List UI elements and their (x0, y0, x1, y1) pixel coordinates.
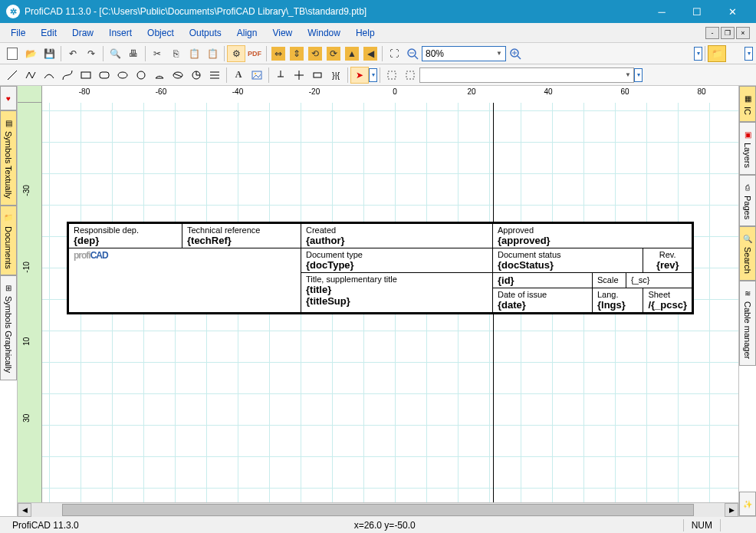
documents-tab[interactable]: 📁Documents (0, 206, 17, 276)
settings-button[interactable]: ⚙ (227, 45, 245, 62)
copy-button[interactable]: ⎘ (166, 45, 185, 62)
pages-tab[interactable]: ⎙Pages (739, 175, 756, 226)
menu-insert[interactable]: Insert (101, 25, 140, 41)
rotate-right-button[interactable]: ⟳ (324, 45, 343, 62)
image-tool[interactable] (248, 67, 266, 84)
sheet-label: Sheet (648, 290, 687, 299)
zoom-in-button[interactable] (506, 45, 524, 62)
redo-button[interactable]: ↷ (82, 45, 100, 62)
date-value: {date} (498, 299, 587, 311)
rotate-left-button[interactable]: ⟲ (306, 45, 324, 62)
scroll-thumb[interactable] (62, 504, 694, 516)
rounded-rect-tool[interactable] (95, 67, 113, 84)
pages-icon: ⎙ (742, 182, 753, 192)
rev-label: Rev. (648, 250, 687, 259)
id-value: {id} (498, 275, 587, 286)
cable-icon: ≋ (742, 288, 753, 298)
cable-manager-tab[interactable]: ≋Cable manager (739, 281, 756, 366)
minimize-button[interactable]: ─ (644, 0, 679, 23)
pie-tool[interactable] (187, 67, 205, 84)
draw-dropdown-2[interactable]: ▾ (634, 68, 643, 82)
menu-draw[interactable]: Draw (64, 25, 101, 41)
resp-dep-label: Responsible dep. (74, 225, 177, 235)
symbols-graphically-tab[interactable]: ⊞Symbols Graphically (0, 275, 17, 380)
toolbar-dropdown-1[interactable]: ▾ (694, 47, 702, 61)
draw-dropdown[interactable]: ▾ (369, 68, 377, 82)
svg-rect-30 (406, 71, 414, 79)
paste-special-button[interactable]: 📋 (203, 45, 222, 62)
folder-button[interactable]: 📁 (708, 45, 726, 62)
close-button[interactable]: ✕ (715, 0, 750, 23)
coil-tool[interactable]: }|{ (327, 67, 345, 84)
resistor-tool[interactable] (308, 67, 327, 84)
arc-tool[interactable] (150, 67, 169, 84)
logo-part2: CAD (90, 250, 108, 261)
cross-tool[interactable] (290, 67, 308, 84)
svg-line-4 (518, 56, 521, 59)
flip-v-button[interactable]: ⇕ (288, 45, 306, 62)
menubar: File Edit Draw Insert Object Outputs Ali… (0, 23, 756, 43)
ellipse-tool[interactable] (113, 67, 132, 84)
undo-button[interactable]: ↶ (64, 45, 82, 62)
status-app: ProfiCAD 11.3.0 (5, 520, 87, 531)
export-pdf-button[interactable]: PDF (245, 45, 264, 62)
chord-tool[interactable] (169, 67, 187, 84)
open-button[interactable]: 📂 (21, 45, 40, 62)
zoom-window-button[interactable]: ⛶ (385, 45, 403, 62)
drawing-canvas[interactable]: Responsible dep. {dep} Technical referen… (42, 103, 738, 502)
text-tool[interactable]: A (229, 67, 248, 84)
zoom-out-button[interactable] (403, 45, 422, 62)
select-tool[interactable]: ➤ (350, 67, 369, 84)
snap-tool[interactable] (383, 67, 401, 84)
scroll-track[interactable] (31, 503, 725, 517)
mdi-close[interactable]: × (736, 27, 750, 39)
binoculars-icon: 🔍 (742, 233, 753, 244)
bezier-tool[interactable] (58, 67, 77, 84)
rectangle-tool[interactable] (77, 67, 95, 84)
polyline-tool[interactable] (21, 67, 40, 84)
symbols-textually-tab[interactable]: ▤Symbols Textually (0, 110, 17, 206)
logo-cell: profiCAD (69, 248, 301, 313)
folder-tree-button[interactable] (726, 45, 744, 62)
polygon-tool[interactable] (205, 67, 224, 84)
save-button[interactable]: 💾 (40, 45, 58, 62)
toolbar-dropdown-2[interactable]: ▾ (744, 47, 753, 61)
scroll-left-button[interactable]: ◀ (18, 503, 31, 517)
cut-button[interactable]: ✂ (148, 45, 166, 62)
menu-edit[interactable]: Edit (33, 25, 64, 41)
print-button[interactable]: 🖶 (124, 45, 143, 62)
menu-file[interactable]: File (3, 25, 33, 41)
menu-window[interactable]: Window (300, 25, 348, 41)
maximize-button[interactable]: ☐ (679, 0, 715, 23)
layers-tab[interactable]: ▣Layers (739, 122, 756, 175)
mirror-h-button[interactable]: ▲ (343, 45, 361, 62)
list-icon: ▤ (3, 117, 14, 128)
title-block[interactable]: Responsible dep. {dep} Technical referen… (67, 222, 694, 314)
search-tab[interactable]: 🔍Search (739, 226, 756, 281)
print-preview-button[interactable]: 🔍 (106, 45, 124, 62)
flip-h-button[interactable]: ⇔ (269, 45, 288, 62)
ic-tab[interactable]: ▦IC (739, 86, 756, 122)
scroll-right-button[interactable]: ▶ (725, 503, 738, 517)
outlet-tool[interactable] (271, 67, 290, 84)
new-button[interactable] (3, 45, 21, 62)
menu-outputs[interactable]: Outputs (182, 25, 229, 41)
menu-align[interactable]: Align (229, 25, 265, 41)
curve-tool[interactable] (40, 67, 58, 84)
line-tool[interactable] (3, 67, 21, 84)
misc-tab[interactable]: ✨ (739, 492, 756, 516)
menu-help[interactable]: Help (348, 25, 383, 41)
grid-tool[interactable] (401, 67, 419, 84)
paste-button[interactable]: 📋 (185, 45, 203, 62)
mdi-restore[interactable]: ❐ (721, 27, 735, 39)
doctype-label: Document type (306, 250, 488, 259)
mirror-v-button[interactable]: ◀ (361, 45, 380, 62)
layer-combo[interactable]: ▼ (419, 67, 634, 83)
scrollbar-horizontal[interactable]: ◀ ▶ (18, 502, 738, 516)
mdi-minimize[interactable]: - (705, 27, 719, 39)
zoom-combo[interactable]: 80%▼ (422, 46, 506, 61)
favorites-tab[interactable]: ♥ (0, 86, 17, 110)
menu-view[interactable]: View (265, 25, 300, 41)
menu-object[interactable]: Object (140, 25, 182, 41)
circle-tool[interactable] (132, 67, 150, 84)
